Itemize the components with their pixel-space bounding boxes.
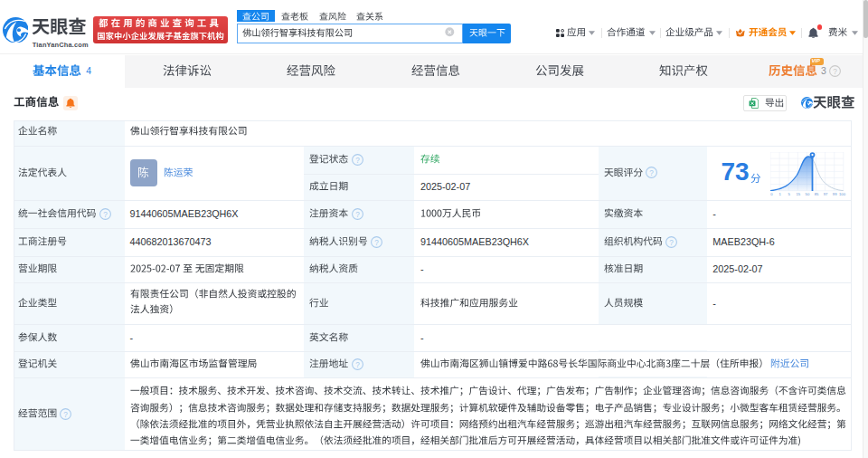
svg-text:?: ? [374, 238, 379, 246]
svg-text:?: ? [649, 169, 654, 177]
svg-text:1: 1 [778, 191, 781, 196]
svg-text:?: ? [833, 67, 837, 75]
svg-text:?: ? [103, 210, 108, 218]
svg-text:15: 15 [796, 191, 800, 196]
svg-text:99: 99 [832, 191, 836, 196]
svg-text:?: ? [355, 210, 360, 218]
svg-text:?: ? [64, 410, 69, 418]
svg-text:?: ? [669, 238, 674, 246]
svg-text:?: ? [355, 156, 360, 164]
svg-text:50: 50 [805, 191, 809, 196]
svg-text:100: 100 [839, 191, 846, 196]
svg-text:?: ? [355, 360, 360, 368]
svg-text:97: 97 [823, 191, 827, 196]
svg-text:0: 0 [770, 191, 773, 196]
svg-text:85: 85 [814, 191, 818, 196]
svg-text:5: 5 [788, 191, 790, 196]
